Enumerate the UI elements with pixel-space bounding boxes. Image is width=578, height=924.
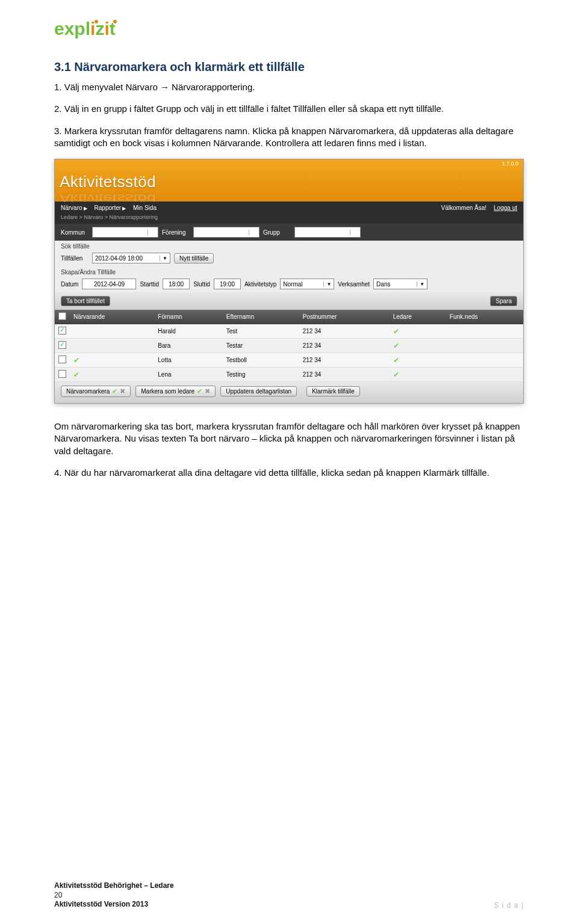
chevron-down-icon: ▼ [148, 230, 155, 235]
menu-minsida[interactable]: Min Sida [133, 205, 157, 211]
table-row: ✔LenaTesting212 34✔ [55, 368, 523, 382]
datum-label: Datum [61, 281, 78, 288]
select-all-checkbox[interactable] [58, 312, 66, 320]
paragraph-3: 3. Markera kryssrutan framför deltagaren… [54, 125, 524, 150]
breadcrumb: Ledare > Närvaro > Närvarorapportering [55, 214, 523, 224]
check-icon: ✔ [393, 356, 399, 365]
cell-postnummer: 212 34 [299, 368, 390, 382]
welcome-text: Välkommen Åsa! [441, 205, 486, 211]
check-icon: ✔ [112, 387, 117, 395]
logout-link[interactable]: Logga ut [494, 205, 517, 211]
check-icon: ✔ [393, 371, 399, 379]
footer-page-number: 20 [54, 891, 174, 901]
cell-efternamn: Testing [223, 368, 299, 382]
narvaromarkera-label: Närvaromarkera [66, 388, 110, 395]
footer-line1: Aktivitetsstöd Behörighet – Ledare [54, 881, 174, 890]
col-funk: Funk.neds [446, 310, 523, 324]
kommun-label: Kommun [61, 229, 89, 236]
cell-efternamn: Testar [223, 339, 299, 353]
search-panel-label: Sök tillfälle [55, 241, 523, 250]
cell-postnummer: 212 34 [299, 339, 390, 353]
col-ledare: Ledare [390, 310, 446, 324]
tillfallen-label: Tillfällen [61, 255, 89, 262]
app-header: 1.7.0.0 Aktivitetsstöd Aktivitetsstöd [55, 159, 523, 202]
check-icon: ✔ [393, 342, 399, 350]
sluttid-label: Sluttid [193, 281, 210, 288]
check-icon: ✔ [73, 356, 79, 365]
kommun-select[interactable]: Testkommun▼ [92, 227, 158, 238]
app-screenshot: 1.7.0.0 Aktivitetsstöd Aktivitetsstöd Nä… [54, 159, 524, 404]
grupp-label: Grupp [263, 229, 291, 236]
menu-rapporter[interactable]: Rapporter▶ [95, 205, 126, 211]
aktivitetstyp-select[interactable]: Normal▼ [280, 279, 334, 289]
menu-narvaro[interactable]: Närvaro▶ [61, 205, 87, 211]
starttid-label: Starttid [140, 281, 159, 288]
chevron-down-icon: ▼ [323, 282, 331, 287]
chevron-down-icon: ▼ [350, 230, 358, 235]
svg-point-1 [95, 20, 98, 23]
participants-table: Närvarande Förnamn Efternamn Postnummer … [55, 310, 523, 382]
new-occasion-button[interactable]: Nytt tillfälle [174, 253, 214, 263]
top-menubar: Närvaro▶ Rapporter▶ Min Sida Välkommen Å… [55, 202, 523, 214]
verksamhet-value: Dans [376, 281, 390, 288]
footer-sida: S i d a | [494, 901, 524, 910]
table-row: ✔LottaTestboll212 34✔ [55, 353, 523, 368]
sluttid-input[interactable]: 19:00 [214, 279, 241, 289]
tillfallen-select[interactable]: 2012-04-09 18:00▼ [92, 253, 170, 263]
close-icon: ✖ [205, 387, 210, 395]
starttid-input[interactable]: 18:00 [163, 279, 190, 289]
paragraph-2: 2. Välj in en grupp i fältet Grupp och v… [54, 103, 524, 115]
cell-fornamn: Harald [154, 324, 223, 339]
check-icon: ✔ [393, 327, 399, 336]
datum-input[interactable]: 2012-04-09 [82, 279, 136, 289]
footer-line3: Aktivitetsstöd Version 2013 [54, 900, 148, 908]
cell-postnummer: 212 34 [299, 353, 390, 368]
close-icon: ✖ [120, 387, 125, 395]
edit-panel-label: Skapa/Ändra Tillfälle [55, 266, 523, 276]
chevron-down-icon: ▼ [249, 230, 256, 235]
row-checkbox[interactable] [58, 370, 66, 378]
col-efternamn: Efternamn [223, 310, 299, 324]
edit-form-row: Datum 2012-04-09 Starttid 18:00 Sluttid … [55, 276, 523, 292]
kommun-value: Testkommun [95, 229, 129, 236]
paragraph-5: 4. När du har närvaromarkerat alla dina … [54, 467, 524, 479]
verksamhet-select[interactable]: Dans▼ [373, 279, 427, 289]
filters-row: Kommun Testkommun▼ Förening Dansförening… [55, 224, 523, 241]
row-checkbox[interactable] [58, 356, 66, 363]
section-heading: 3.1 Närvaromarkera och klarmärk ett till… [54, 60, 524, 74]
chevron-right-icon: ▶ [122, 206, 126, 211]
cell-fornamn: Lotta [154, 353, 223, 368]
cell-efternamn: Test [223, 324, 299, 339]
app-title-text: Aktivitetsstöd [60, 173, 156, 191]
paragraph-4: Om närvaromarkering ska tas bort, marker… [54, 420, 524, 457]
grupp-select[interactable]: Lek med boll▼ [294, 227, 361, 238]
cell-fornamn: Lena [154, 368, 223, 382]
markera-ledare-button[interactable]: Markera som ledare ✔ ✖ [135, 386, 216, 397]
table-row: BaraTestar212 34✔ [55, 339, 523, 353]
col-narvarande: Närvarande [70, 310, 154, 324]
page-footer: Aktivitetsstöd Behörighet – Ledare 20 Ak… [54, 881, 524, 910]
chevron-right-icon: ▶ [84, 206, 87, 211]
grupp-value: Lek med boll [297, 229, 332, 236]
aktivitetstyp-value: Normal [283, 281, 302, 288]
brand-logo: explizit [54, 18, 524, 42]
klarmark-button[interactable]: Klarmärk tillfälle [306, 386, 360, 396]
markera-ledare-label: Markera som ledare [141, 388, 194, 395]
row-checkbox[interactable] [58, 327, 66, 334]
tillfallen-value: 2012-04-09 18:00 [95, 255, 143, 262]
verksamhet-label: Verksamhet [338, 281, 370, 288]
col-fornamn: Förnamn [154, 310, 223, 324]
menu-narvaro-label: Närvaro [61, 205, 82, 211]
table-row: HaraldTest212 34✔ [55, 324, 523, 339]
save-button[interactable]: Spara [490, 296, 517, 306]
delete-occasion-button[interactable]: Ta bort tillfället [61, 296, 110, 306]
svg-text:explizit: explizit [54, 19, 116, 38]
uppdatera-button[interactable]: Uppdatera deltagarlistan [220, 386, 297, 396]
tillfallen-row: Tillfällen 2012-04-09 18:00▼ Nytt tillfä… [55, 250, 523, 266]
row-checkbox[interactable] [58, 341, 66, 349]
svg-point-2 [113, 20, 117, 23]
narvaromarkera-button[interactable]: Närvaromarkera ✔ ✖ [61, 386, 131, 397]
cell-fornamn: Bara [154, 339, 223, 353]
menu-rapporter-label: Rapporter [95, 205, 121, 211]
forening-select[interactable]: Dansföreningen▼ [193, 227, 259, 238]
